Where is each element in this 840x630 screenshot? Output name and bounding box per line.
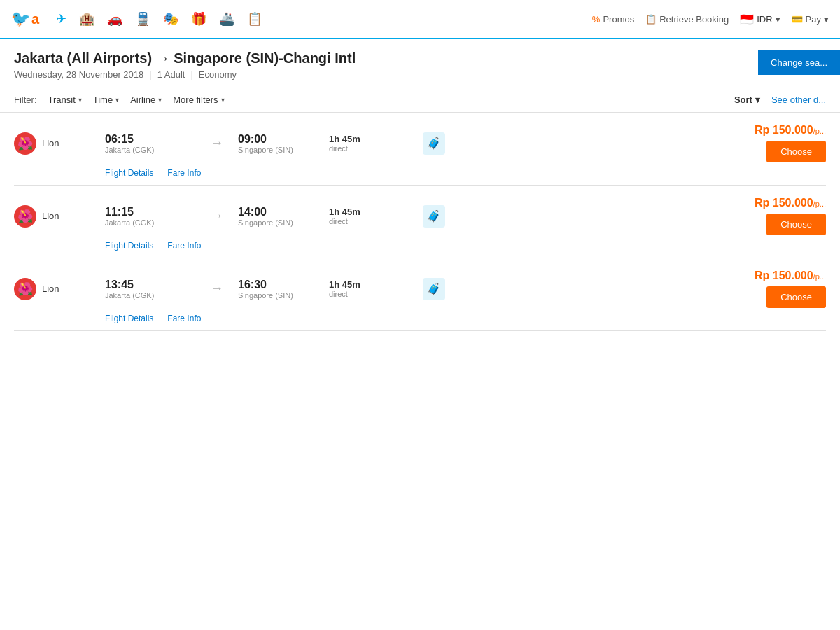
- baggage-icon: 🧳: [423, 205, 445, 227]
- filters-bar: Filter: Transit ▾ Time ▾ Airline ▾ More …: [0, 88, 840, 113]
- route-title: Jakarta (All Airports) → Singapore (SIN)…: [14, 50, 826, 66]
- airline-logo: 🌺: [14, 278, 36, 300]
- promos-link[interactable]: % Promos: [592, 14, 634, 24]
- flight-links: Flight Details Fare Info: [105, 314, 826, 323]
- duration-info: 1h 45m direct: [329, 134, 413, 153]
- departure-time: 06:15: [105, 133, 196, 146]
- flight-details-link[interactable]: Flight Details: [105, 241, 153, 251]
- transit-filter-button[interactable]: Transit ▾: [48, 94, 82, 105]
- duration-info: 1h 45m direct: [329, 206, 413, 225]
- activities-icon[interactable]: 🎭: [163, 11, 178, 27]
- flight-card: 🌺 Lion 13:45 Jakarta (CGK) → 16:30 Singa…: [14, 258, 826, 331]
- pay-icon: 💳: [792, 14, 803, 24]
- flight-duration: 1h 45m: [329, 134, 413, 144]
- flight-links: Flight Details Fare Info: [105, 168, 826, 178]
- fare-info-link[interactable]: Fare Info: [167, 241, 201, 251]
- flight-duration: 1h 45m: [329, 279, 413, 290]
- time-filter-button[interactable]: Time ▾: [93, 94, 119, 105]
- baggage-icon-area: 🧳: [413, 278, 455, 300]
- trains-icon[interactable]: 🚆: [135, 11, 150, 27]
- flight-details-link[interactable]: Flight Details: [105, 314, 153, 323]
- pay-label: Pay: [806, 14, 821, 24]
- currency-label: IDR: [757, 14, 772, 24]
- price-suffix: /p...: [813, 127, 826, 135]
- change-search-button[interactable]: Change sea...: [758, 50, 840, 75]
- flight-list: 🌺 Lion 06:15 Jakarta (CGK) → 09:00 Singa…: [0, 113, 840, 331]
- packages-icon[interactable]: 🎁: [191, 11, 206, 27]
- flight-arrow-icon: →: [211, 136, 223, 150]
- departure-airport: Jakarta (CGK): [105, 218, 196, 227]
- departure-time: 13:45: [105, 279, 196, 291]
- airline-filter-button[interactable]: Airline ▾: [130, 94, 162, 105]
- search-date: Wednesday, 28 November 2018: [14, 69, 144, 80]
- departure-airport: Jakarta (CGK): [105, 146, 196, 154]
- fare-info-link[interactable]: Fare Info: [167, 168, 201, 178]
- time-chevron-icon: ▾: [115, 96, 119, 104]
- choose-button[interactable]: Choose: [766, 141, 826, 162]
- pay-link[interactable]: 💳 Pay ▾: [792, 14, 829, 24]
- promos-icon: %: [592, 14, 601, 24]
- promos-label: Promos: [603, 14, 634, 24]
- flights-icon[interactable]: ✈: [56, 11, 66, 27]
- flight-price: Rp 150.000: [755, 197, 813, 209]
- filters-right: Sort ▾ See other d...: [734, 94, 826, 105]
- price-area: Rp 150.000/p... Choose: [714, 124, 826, 162]
- search-passengers: 1 Adult: [158, 69, 186, 80]
- more-icon[interactable]: 📋: [247, 11, 262, 27]
- separator-1: |: [149, 69, 151, 80]
- see-other-link[interactable]: See other d...: [771, 94, 826, 105]
- flight-stops: direct: [329, 217, 413, 225]
- price-suffix: /p...: [813, 200, 826, 208]
- airline-logo: 🌺: [14, 205, 36, 227]
- airline-info: 🌺 Lion: [14, 205, 105, 227]
- arrow-area: →: [196, 281, 238, 296]
- arrival-info: 16:30 Singapore (SIN): [238, 279, 329, 300]
- arrow-area: →: [196, 209, 238, 223]
- more-filters-button[interactable]: More filters ▾: [173, 94, 224, 105]
- navbar-right: % Promos 📋 Retrieve Booking 🇮🇩 IDR ▾ 💳 P…: [592, 13, 829, 26]
- arrival-time: 16:30: [238, 279, 329, 291]
- more-filters-chevron-icon: ▾: [221, 96, 225, 104]
- search-header: Jakarta (All Airports) → Singapore (SIN)…: [0, 39, 840, 88]
- arrival-airport: Singapore (SIN): [238, 146, 329, 154]
- logo[interactable]: 🐦 a: [11, 10, 39, 28]
- retrieve-label: Retrieve Booking: [659, 14, 729, 24]
- transit-chevron-icon: ▾: [78, 96, 82, 104]
- arrival-info: 14:00 Singapore (SIN): [238, 206, 329, 227]
- flight-links: Flight Details Fare Info: [105, 241, 826, 251]
- arrival-time: 09:00: [238, 133, 329, 146]
- retrieve-booking-link[interactable]: 📋 Retrieve Booking: [645, 14, 729, 24]
- price-suffix: /p...: [813, 272, 826, 281]
- cars-icon[interactable]: 🚗: [107, 11, 122, 27]
- sort-label: Sort: [734, 94, 752, 105]
- departure-airport: Jakarta (CGK): [105, 291, 196, 300]
- flight-details-link[interactable]: Flight Details: [105, 168, 153, 178]
- departure-time: 11:15: [105, 206, 196, 218]
- currency-chevron-icon: ▾: [776, 14, 780, 24]
- arrival-info: 09:00 Singapore (SIN): [238, 133, 329, 154]
- choose-button[interactable]: Choose: [766, 286, 826, 308]
- transit-filter-label: Transit: [48, 94, 76, 105]
- filter-label: Filter:: [14, 94, 37, 105]
- price-area: Rp 150.000/p... Choose: [714, 270, 826, 308]
- currency-link[interactable]: 🇮🇩 IDR ▾: [740, 13, 780, 26]
- arrival-time: 14:00: [238, 206, 329, 218]
- fare-info-link[interactable]: Fare Info: [167, 314, 201, 323]
- search-meta: Wednesday, 28 November 2018 | 1 Adult | …: [14, 69, 826, 80]
- cruises-icon[interactable]: 🚢: [219, 11, 234, 27]
- separator-2: |: [190, 69, 192, 80]
- flight-stops: direct: [329, 144, 413, 153]
- flight-main-row: 🌺 Lion 11:15 Jakarta (CGK) → 14:00 Singa…: [14, 197, 826, 235]
- arrival-airport: Singapore (SIN): [238, 218, 329, 227]
- search-cabin: Economy: [199, 69, 237, 80]
- price-area: Rp 150.000/p... Choose: [714, 197, 826, 235]
- choose-button[interactable]: Choose: [766, 214, 826, 235]
- baggage-icon: 🧳: [423, 132, 445, 155]
- sort-button[interactable]: Sort ▾: [734, 94, 760, 105]
- baggage-icon: 🧳: [423, 278, 445, 300]
- departure-info: 13:45 Jakarta (CGK): [105, 279, 196, 300]
- airline-info: 🌺 Lion: [14, 132, 105, 155]
- hotels-icon[interactable]: 🏨: [79, 11, 94, 27]
- retrieve-icon: 📋: [645, 14, 657, 24]
- baggage-icon-area: 🧳: [413, 205, 455, 227]
